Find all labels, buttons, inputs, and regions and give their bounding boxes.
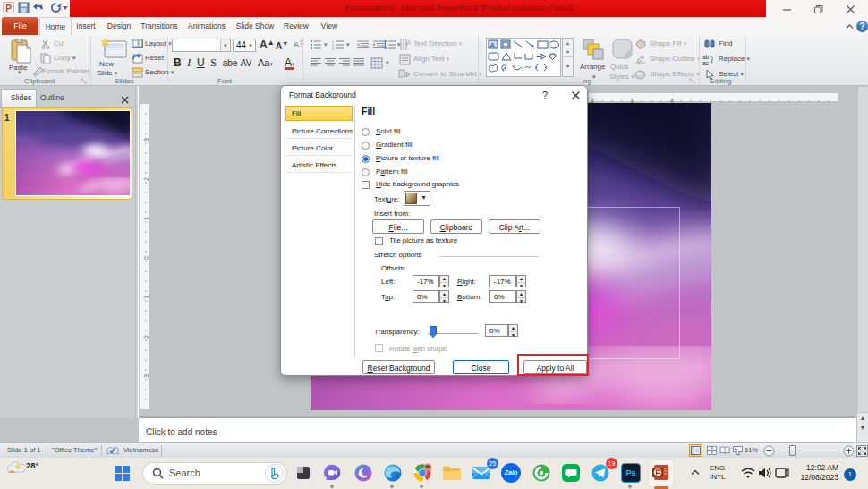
svg-text:3: 3 bbox=[143, 374, 149, 378]
svg-text:2: 2 bbox=[143, 177, 149, 181]
svg-text:3: 3 bbox=[332, 47, 335, 50]
svg-text:A: A bbox=[406, 39, 411, 47]
svg-text:3: 3 bbox=[143, 138, 149, 142]
svg-text:2: 2 bbox=[143, 335, 149, 339]
svg-text:A: A bbox=[294, 40, 299, 49]
svg-text:ab: ab bbox=[702, 54, 710, 60]
svg-text:A: A bbox=[490, 41, 496, 49]
svg-text:0: 0 bbox=[143, 256, 149, 260]
svg-text:1: 1 bbox=[143, 217, 149, 220]
svg-text:ac: ac bbox=[702, 60, 710, 65]
svg-text:1: 1 bbox=[143, 296, 149, 299]
